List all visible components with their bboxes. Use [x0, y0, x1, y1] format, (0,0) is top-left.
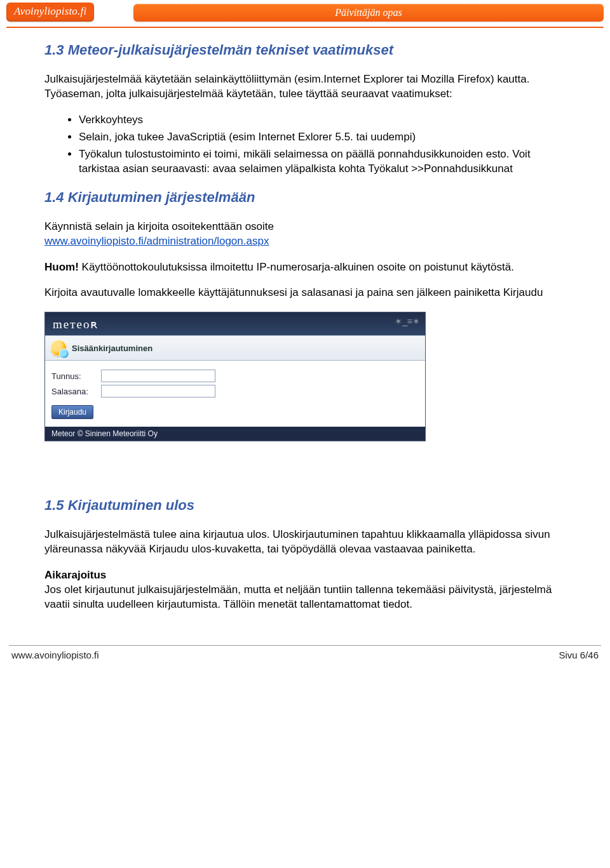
login-brand-bar: meтeoʀ ✶⎯≡✶ [45, 312, 425, 335]
username-input[interactable] [101, 370, 215, 382]
section-1-5-timeout: Aikarajoitus Jos olet kirjautunut julkai… [44, 568, 566, 612]
user-login-icon [50, 340, 67, 356]
section-1-3-title: 1.3 Meteor-julkaisujärjestelmän tekniset… [44, 42, 566, 58]
logo-badge: Avoinyliopisto.fi [6, 3, 94, 22]
login-footer: Meteor © Sininen Meteoriitti Oy [45, 427, 425, 441]
brand-decoration-icon: ✶⎯≡✶ [395, 316, 420, 326]
section-1-4-intro: Käynnistä selain ja kirjoita osoitekentt… [44, 220, 566, 249]
list-item: Työkalun tulostustoiminto ei toimi, mikä… [79, 147, 566, 177]
list-item: Selain, joka tukee JavaScriptiä (esim In… [79, 130, 566, 145]
huom-label: Huom! [44, 261, 79, 273]
timeout-text: Jos olet kirjautunut julkaisujärjestelmä… [44, 584, 552, 610]
requirements-list: Verkkoyhteys Selain, joka tukee JavaScri… [62, 113, 566, 177]
password-label: Salasana: [51, 387, 101, 396]
login-subheader: Sisäänkirjautuminen [45, 335, 425, 361]
footer-left: www.avoinyliopisto.fi [11, 650, 99, 660]
login-row-pass: Salasana: [51, 385, 419, 397]
password-input[interactable] [101, 385, 215, 397]
page-content: 1.3 Meteor-julkaisujärjestelmän tekniset… [0, 42, 610, 612]
login-panel-title: Sisäänkirjautuminen [72, 344, 152, 353]
huom-text: Käyttöönottokoulutuksissa ilmoitettu IP-… [79, 261, 514, 273]
section-1-4-title: 1.4 Kirjautuminen järjestelmään [44, 189, 566, 206]
login-brand-text: meтeoʀ [45, 312, 425, 331]
timeout-label: Aikarajoitus [44, 569, 106, 581]
section-1-3-intro: Julkaisujärjestelmää käytetään selainkäy… [44, 72, 566, 102]
section-1-4-instruction: Kirjoita avautuvalle lomakkeelle käyttäj… [44, 286, 566, 300]
logo-text: Avoinyliopisto.fi [14, 5, 86, 17]
page-header: Avoinyliopisto.fi Päivittäjän opas [6, 4, 604, 24]
footer-right: Sivu 6/46 [559, 650, 599, 660]
huom-paragraph: Huom! Käyttöönottokoulutuksissa ilmoitet… [44, 260, 566, 275]
doc-title-bar: Päivittäjän opas [133, 4, 604, 22]
page-footer: www.avoinyliopisto.fi Sivu 6/46 [9, 645, 601, 660]
username-label: Tunnus: [51, 371, 101, 381]
section-1-4-intro-text: Käynnistä selain ja kirjoita osoitekentt… [44, 220, 274, 232]
doc-title: Päivittäjän opas [335, 7, 402, 18]
login-row-user: Tunnus: [51, 370, 419, 382]
meteor-login-panel: meтeoʀ ✶⎯≡✶ Sisäänkirjautuminen Tunnus: … [44, 312, 426, 441]
login-button[interactable]: Kirjaudu [51, 405, 93, 419]
header-divider [6, 27, 604, 28]
section-1-5-p1: Julkaisujärjestelmästä tulee aina kirjau… [44, 528, 566, 557]
list-item: Verkkoyhteys [79, 113, 566, 128]
login-url-link[interactable]: www.avoinyliopisto.fi/administration/log… [44, 235, 269, 247]
section-1-5-title: 1.5 Kirjautuminen ulos [44, 497, 566, 514]
login-form: Tunnus: Salasana: Kirjaudu [45, 361, 425, 427]
